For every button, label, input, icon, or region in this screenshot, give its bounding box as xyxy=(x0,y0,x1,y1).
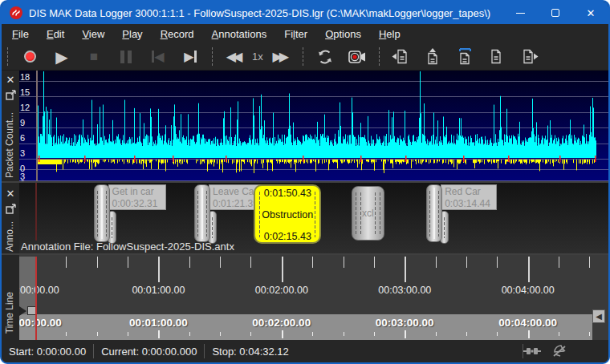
timeline-tick xyxy=(559,257,559,268)
current-annotation-button[interactable] xyxy=(453,46,478,68)
timeline-tick xyxy=(220,257,221,268)
play-button[interactable]: ▶ xyxy=(50,46,74,68)
timeline-tick xyxy=(405,257,406,282)
annotation-label-box[interactable]: Get in car0:00:32.31 xyxy=(108,184,166,210)
stem-line xyxy=(433,188,435,239)
menu-annotations[interactable]: Annotations xyxy=(203,26,276,42)
next-annotation-button[interactable] xyxy=(518,46,542,68)
overview-label: 00:01:00.00 xyxy=(129,317,188,329)
menu-options[interactable]: Options xyxy=(316,26,370,42)
close-packet-graph-button[interactable]: ✕ xyxy=(2,74,19,86)
doc-current-icon xyxy=(458,48,473,65)
fast-forward-button[interactable]: ▶▶ xyxy=(269,46,293,68)
overview-tick xyxy=(282,330,283,338)
annotation-up-button[interactable] xyxy=(421,46,445,68)
overview-tick xyxy=(528,330,530,338)
skip-to-start-button[interactable]: ◀ xyxy=(146,46,170,68)
popout-annotation-panel-button[interactable] xyxy=(2,204,19,216)
annotation-file-label: Annotation File: FollowSuspect-2025-DIS.… xyxy=(21,241,234,253)
record-clip-button[interactable] xyxy=(345,46,369,68)
annotation-panel-strip: ✕ Anno... xyxy=(2,183,19,253)
loop-button[interactable] xyxy=(313,46,337,68)
overview-tick xyxy=(158,330,160,338)
skip-to-end-button[interactable]: ▶ xyxy=(178,46,202,68)
annotation-label-box[interactable]: Red Car0:03:14.44 xyxy=(441,184,497,210)
close-icon: ✕ xyxy=(587,7,596,19)
stem-dots xyxy=(437,190,440,237)
overview-tick xyxy=(436,332,437,336)
skip-to-start-icon: ◀ xyxy=(154,51,164,63)
record-icon xyxy=(24,51,36,63)
connection-plug-icon[interactable] xyxy=(523,346,541,357)
menu-bar: FileEditViewPlayRecordAnnotationsFilterO… xyxy=(2,24,608,43)
menu-play[interactable]: Play xyxy=(113,26,151,42)
toolbar: ▶ ■ ◀ ▶ ◀◀ 1x ▶▶ xyxy=(2,43,608,71)
timeline-tick xyxy=(158,257,160,282)
y-axis-label: 3 xyxy=(20,148,35,158)
annotation-flag[interactable] xyxy=(426,184,442,242)
stem-dots xyxy=(443,216,445,238)
annotation-selected[interactable]: 0:01:50.43Obstruction0:02:15.43 xyxy=(254,184,321,244)
app-window: DIS MAK Data Logger 3000:1:1:1 - FollowS… xyxy=(0,0,610,364)
timeline-tick xyxy=(528,257,530,282)
stem-dots xyxy=(374,192,376,235)
window-title: DIS MAK Data Logger 3000:1:1:1 - FollowS… xyxy=(29,7,502,19)
rewind-icon: ◀◀ xyxy=(226,51,243,63)
annotation-panel-label: Anno... xyxy=(4,221,15,252)
timeline-start-marker-icon[interactable] xyxy=(19,306,26,316)
minimize-icon xyxy=(516,13,525,14)
status-start: Start: 0:00:00.00 xyxy=(2,346,93,358)
annotation-list-button[interactable] xyxy=(486,46,510,68)
close-annotation-panel-button[interactable]: ✕ xyxy=(2,188,19,200)
overview-tick xyxy=(66,332,67,336)
skip-to-end-icon: ▶ xyxy=(184,51,193,63)
toolbar-grip[interactable] xyxy=(6,47,9,67)
timeline-overview[interactable]: 0:00:00.0000:01:00.0000:02:00.0000:03:00… xyxy=(19,314,592,340)
rewind-button[interactable]: ◀◀ xyxy=(222,46,246,68)
record-button[interactable] xyxy=(18,46,42,68)
overview-label: 00:04:00.00 xyxy=(498,317,557,329)
timeline-tick xyxy=(128,257,128,268)
overview-tick xyxy=(128,332,128,336)
timeline-end-handle[interactable]: ◀ xyxy=(592,309,605,323)
status-bar: Start: 0:00:00.00Current: 0:00:00.000Sto… xyxy=(2,340,608,362)
stem-dots xyxy=(96,190,99,237)
annotation-flag[interactable] xyxy=(194,184,210,242)
menu-filter[interactable]: Filter xyxy=(275,26,316,42)
popout-packet-graph-button[interactable] xyxy=(2,90,19,103)
overview-tick xyxy=(559,332,559,336)
menu-edit[interactable]: Edit xyxy=(38,26,73,42)
prev-annotation-button[interactable] xyxy=(389,46,413,68)
annotation-flag[interactable] xyxy=(94,184,110,242)
annotation-range[interactable]: xcl xyxy=(352,186,384,241)
minimize-button[interactable] xyxy=(502,2,538,24)
network-disabled-icon[interactable] xyxy=(552,345,567,358)
maximize-button[interactable] xyxy=(538,2,573,24)
stop-button[interactable]: ■ xyxy=(82,46,106,68)
menu-record[interactable]: Record xyxy=(152,26,203,42)
annotation-track[interactable]: Annotation File: FollowSuspect-2025-DIS.… xyxy=(19,183,608,253)
pause-button[interactable] xyxy=(114,46,138,68)
timeline-cursor-line[interactable] xyxy=(35,257,37,340)
packet-count-graph[interactable]: 181512963036 xyxy=(19,71,608,181)
menu-view[interactable]: View xyxy=(73,26,113,42)
packet-count-waveform xyxy=(38,71,608,181)
overview-tick xyxy=(312,332,313,336)
doc-icon xyxy=(490,49,505,64)
overview-tick xyxy=(97,332,98,336)
timeline-label: 00:01:00.00 xyxy=(132,285,185,296)
annotation-start-time: 0:01:50.43 xyxy=(255,188,319,199)
annotation-end-time: 0:02:15.43 xyxy=(255,231,319,242)
annotation-time: 0:00:32.31 xyxy=(112,198,162,210)
loop-icon xyxy=(316,48,334,66)
menu-help[interactable]: Help xyxy=(370,26,409,42)
toolbar-separator xyxy=(378,47,380,67)
timeline-tick xyxy=(466,257,467,268)
popout-icon xyxy=(6,90,16,100)
annotation-name: Obstruction xyxy=(255,209,319,220)
close-button[interactable]: ✕ xyxy=(573,2,608,24)
stem-dots xyxy=(429,190,431,237)
menu-file[interactable]: File xyxy=(3,26,38,42)
fast-forward-icon: ▶▶ xyxy=(272,51,289,63)
timeline-ruler[interactable]: 0:00:00.0000:01:00.0000:02:00.0000:03:00… xyxy=(19,255,608,314)
